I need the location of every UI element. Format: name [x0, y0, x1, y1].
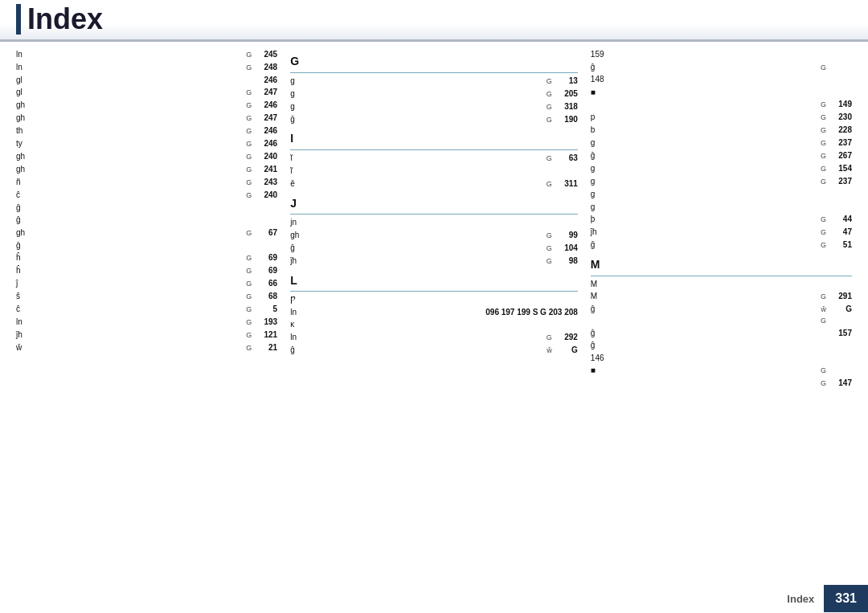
index-term: ě [290, 178, 295, 190]
list-item: ĥ G 69 [16, 251, 277, 264]
col-right: 159 ĝ G 148 ■ G 149 p G 230 b G 228 g G [584, 48, 852, 578]
page-ref: 241 [253, 163, 277, 176]
list-item: ln G 245 [16, 48, 277, 61]
index-term: ŵ [16, 341, 22, 354]
page-ref: 154 [828, 162, 852, 175]
page-ref: 230 [828, 111, 852, 124]
list-item: jn [290, 216, 578, 229]
section-letter-m: M [591, 256, 852, 276]
list-item: g [591, 188, 852, 201]
index-term: ln [290, 331, 297, 344]
index-term: ĝ [290, 242, 295, 255]
list-item: ln G 292 [290, 331, 578, 344]
list-item: ğ G 190 [290, 113, 578, 126]
index-glyph: G [821, 138, 826, 149]
list-item: ĝ [591, 339, 852, 352]
index-term: ln [16, 48, 23, 61]
page-title: Index [16, 4, 103, 35]
index-term: ĝ [16, 239, 21, 252]
index-term: b [591, 124, 596, 137]
list-item: ■ G [591, 364, 852, 377]
section-letter: L [290, 272, 578, 292]
list-item: 159 [591, 48, 852, 61]
index-glyph: ŵ [821, 304, 826, 316]
index-term: 146 [591, 352, 604, 365]
index-term: g [290, 100, 295, 113]
index-term: M [591, 278, 597, 291]
index-glyph: G [547, 153, 552, 165]
col-left: ln G 245 ln G 248 gl 246 gl G 247 gh G 2… [16, 48, 284, 578]
page-ref: 121 [253, 329, 277, 341]
index-term: ñ [16, 176, 21, 189]
list-item: M [591, 278, 852, 291]
index-glyph: G [821, 100, 826, 111]
index-term: gh [16, 150, 25, 163]
index-term: ŝ [16, 290, 20, 303]
page-ref: 157 [828, 327, 852, 340]
page-ref: 243 [253, 176, 277, 189]
index-term: gh [16, 163, 25, 176]
page-footer: Index 331 [777, 584, 868, 613]
index-glyph: G [547, 333, 552, 344]
list-item: gl G 247 [16, 86, 277, 99]
index-term: gh [16, 227, 25, 239]
main-content: ln G 245 ln G 248 gl 246 gl G 247 gh G 2… [0, 42, 868, 584]
index-term: gl [16, 86, 23, 99]
index-glyph: G [547, 76, 552, 88]
index-term: g [591, 188, 596, 201]
page-header: Index [0, 0, 868, 42]
index-glyph: G [246, 266, 252, 277]
index-term: jn [290, 216, 297, 229]
index-term: g [591, 162, 596, 175]
section-letter: J [290, 195, 578, 215]
index-glyph: G [547, 102, 552, 113]
footer-index-label: Index [777, 586, 824, 611]
index-glyph: G [547, 243, 552, 255]
index-term: ĭ [290, 152, 293, 165]
list-item: M G 291 [591, 290, 852, 303]
index-term: ln [290, 306, 297, 319]
list-item: ĩ [290, 165, 578, 178]
index-term: ğ [290, 113, 295, 126]
list-item: ty G 246 [16, 137, 277, 150]
index-term: g [591, 175, 596, 188]
index-glyph: G [246, 190, 252, 202]
index-term: ĉ [16, 189, 20, 202]
page-ref: 149 [828, 98, 852, 111]
index-term: ty [16, 137, 23, 150]
index-term: g [591, 201, 596, 214]
page-ref: 246 [253, 137, 277, 150]
page-ref: 99 [554, 229, 578, 242]
index-glyph: G [246, 343, 252, 354]
index-term: p [591, 111, 596, 124]
page-ref: G [554, 344, 578, 357]
page-ref: 311 [554, 178, 578, 190]
list-item: G 147 [591, 377, 852, 390]
list-item: ĭ G 63 [290, 152, 578, 165]
list-item: ñ G 243 [16, 176, 277, 189]
list-item: ln 096 197 199 S G 203 208 [290, 306, 578, 319]
page-ref: 248 [253, 61, 277, 74]
index-glyph: G [547, 231, 552, 242]
index-glyph: G [821, 227, 826, 239]
index-glyph: G [246, 292, 252, 303]
section-letter: G [290, 53, 578, 73]
index-term: ĵh [16, 329, 23, 341]
index-term: th [16, 125, 23, 137]
list-item: ĝ G 104 [290, 242, 578, 255]
index-glyph: G [246, 152, 252, 163]
page-ref: 096 197 199 S G 203 208 [485, 306, 578, 319]
list-item: ŵ G 21 [16, 341, 277, 354]
index-glyph: G [246, 63, 252, 74]
list-item: ĵh G 98 [290, 255, 578, 268]
index-term: ĥ [16, 251, 21, 264]
index-glyph: G [246, 126, 252, 137]
list-item: G 149 [591, 98, 852, 111]
list-item: gl 246 [16, 74, 277, 87]
list-item: ĉ G 240 [16, 189, 277, 202]
index-term: ĝ [16, 202, 21, 215]
list-item: ĵh G 121 [16, 329, 277, 341]
list-item: G [591, 316, 852, 327]
index-glyph: G [821, 215, 826, 226]
index-glyph: G [821, 316, 826, 327]
